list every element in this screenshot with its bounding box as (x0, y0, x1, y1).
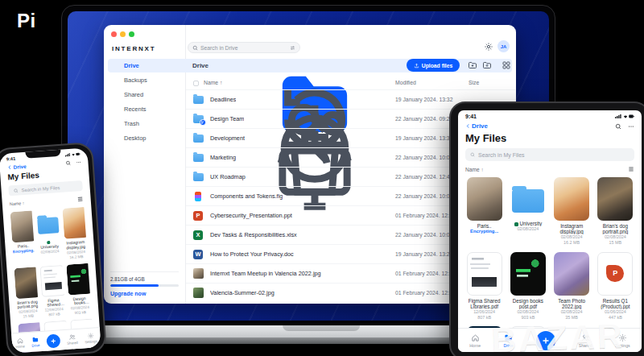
dog-thumbnail (14, 267, 39, 299)
grid-item[interactable]: Figma Shared Libraries.pdf12/06/2024807 … (40, 265, 66, 318)
home-icon (16, 337, 23, 344)
more-options-icon[interactable] (76, 159, 81, 165)
folder-icon (193, 115, 204, 123)
file-size: 16.2 MB (553, 240, 591, 246)
photo-person-icon (192, 268, 204, 279)
file-name: Dev Tasks & Responsibilities.xlsx (210, 231, 297, 238)
status-time: 9:41 (465, 114, 477, 119)
modified-date: 22 January 2024. 10:06 (395, 155, 452, 160)
file-name: Deadlines (210, 96, 236, 103)
plus-icon (49, 337, 57, 345)
folder-icon (193, 154, 204, 162)
paris-thumbnail (467, 177, 502, 221)
team-thumbnail (554, 252, 589, 296)
nav-bar: Drive (458, 119, 642, 130)
tab-label: Home (15, 345, 25, 350)
search-input[interactable]: Search in My Files (465, 148, 634, 161)
folder-icon (193, 173, 204, 181)
tab-label: Shared (67, 341, 78, 346)
filter-icon[interactable] (290, 45, 295, 51)
sort-label[interactable]: Name (465, 167, 480, 172)
folderfill-icon (31, 336, 39, 343)
gear-icon (87, 332, 94, 339)
tab-drive[interactable]: Drive (31, 336, 39, 348)
file-date: 02/08/2024 (553, 309, 591, 315)
search-input[interactable]: Search in Drive (188, 42, 300, 53)
avatar[interactable]: JA (497, 40, 510, 52)
upgrade-link[interactable]: Upgrade now (110, 291, 179, 296)
search-placeholder: Search in My Files (478, 152, 525, 158)
create-folder-button[interactable] (468, 60, 477, 70)
file-date: 02/08/2024 (597, 234, 634, 240)
search-icon[interactable] (65, 160, 71, 166)
monitor-icon (113, 135, 120, 142)
pdfdark-thumbnail (510, 252, 546, 296)
xls-icon: X (192, 230, 204, 240)
tab-settings[interactable]: Settings (84, 332, 97, 345)
view-toggle-button[interactable] (502, 60, 511, 70)
status-time: 9:41 (6, 156, 16, 162)
file-name: Dev Tasks & Responsibilities.xlsx (72, 352, 95, 354)
upload-files-button[interactable]: Upload files (407, 59, 460, 72)
tab-home[interactable]: Home (15, 337, 25, 349)
folder-shared-icon (192, 114, 204, 124)
sort-label[interactable]: Name (10, 201, 22, 206)
column-name[interactable]: Name ↑ (204, 80, 222, 85)
add-file-fab[interactable] (46, 333, 60, 348)
modified-date: 01 February 2024. 12:30 (395, 213, 455, 218)
sort-arrow-icon: ↑ (220, 80, 222, 85)
file-name: University (509, 221, 547, 226)
file-name: Paris.. (465, 223, 503, 229)
internxt-logo: INTERNXT (112, 45, 155, 52)
grid-item[interactable]: Team Photo 2022.jpg02/08/202435 MB (553, 252, 591, 321)
clock-icon (113, 106, 120, 113)
back-button[interactable]: Drive (465, 122, 488, 130)
folder-icon (512, 189, 544, 213)
food-thumbnail (554, 177, 589, 221)
laptop-lid-notch (283, 325, 360, 331)
grid-item[interactable]: Instagram display.jpg02/08/202416.2 MB (62, 207, 88, 260)
file-name: Design books post.pdf (509, 298, 547, 309)
grid-item[interactable]: Figma Shared Libraries.pdf12/06/2024807 … (465, 252, 503, 321)
folder-icon (192, 94, 204, 105)
grid-item[interactable]: Paris..Encrypting... (465, 177, 503, 246)
folder-icon (37, 217, 59, 234)
grid-item[interactable]: University02/08/2024 (36, 209, 62, 262)
list-view-icon[interactable] (76, 196, 84, 203)
column-modified[interactable]: Modified (395, 80, 416, 85)
trash-icon (113, 120, 120, 127)
column-size[interactable]: Size (469, 80, 479, 85)
upload-folder-button[interactable] (482, 60, 492, 70)
bazar-watermark: BAZAR (471, 315, 644, 356)
search-icon[interactable] (615, 123, 621, 130)
people-icon (113, 91, 120, 98)
page-title: My Files (458, 130, 642, 148)
grid-item[interactable]: Paris..Encrypting... (10, 210, 36, 263)
food-thumbnail (62, 207, 88, 239)
doc-icon: W (193, 250, 203, 259)
sort-arrow-icon: ↑ (481, 167, 483, 172)
more-options-icon[interactable] (628, 123, 634, 130)
search-placeholder: Search in Drive (200, 45, 237, 51)
file-name: Team Photo 2022.jpg (553, 298, 591, 309)
nav-actions (615, 123, 634, 130)
grid-item[interactable]: Brian's dog portrait.png02/08/202415 MB (14, 267, 39, 320)
grid-item[interactable]: Design books post.pdf02/08/2024903 kB (509, 252, 547, 321)
photo-thumbnail (193, 288, 204, 298)
grid-item[interactable]: University02/08/2024 (509, 177, 547, 246)
folder-icon (192, 172, 204, 182)
file-name: How to Protect Your Privacy.doc (210, 250, 294, 258)
select-all-checkbox[interactable] (193, 81, 199, 86)
nav-actions (65, 159, 80, 166)
tab-shared[interactable]: Shared (66, 333, 78, 346)
file-name: Marketing (210, 154, 236, 161)
list-view-icon[interactable] (628, 166, 634, 172)
grid-item[interactable]: Design books post.pdf02/08/2024903 kB (66, 263, 92, 316)
grid-item[interactable]: Instagram display.jpg02/08/202416.2 MB (553, 177, 591, 246)
breadcrumb[interactable]: Drive (192, 62, 208, 69)
grid-item[interactable]: Brian's dog portrait.png02/08/202415 MB (597, 177, 634, 246)
file-name: Brian's dog portrait.png (597, 223, 634, 234)
settings-gear-icon[interactable] (484, 42, 493, 52)
stage: Pi 2.81GB of 4GB Upgrade now INTERNXT Dr… (0, 0, 644, 356)
tab-label: Drive (31, 343, 39, 348)
